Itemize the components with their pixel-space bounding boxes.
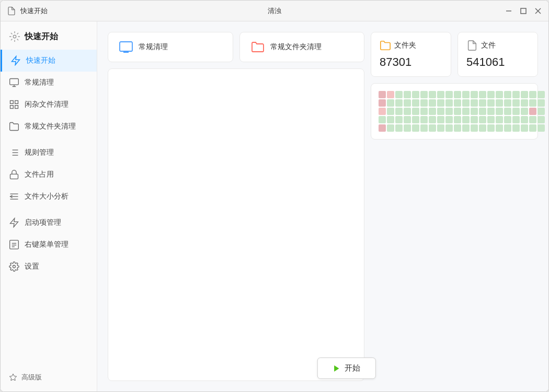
heatmap-cell [512, 124, 520, 132]
sidebar-item-label-quick-start: 快速开始 [26, 56, 55, 65]
app-title: 清浊 [268, 6, 281, 16]
heatmap-cell [504, 99, 511, 107]
svg-rect-10 [10, 106, 14, 109]
file-stat-icon [466, 40, 478, 51]
sidebar-item-regular-clean[interactable]: 常规清理 [1, 72, 97, 94]
heatmap-cell [387, 124, 394, 132]
heatmap-cell [379, 108, 386, 115]
start-button[interactable]: 开始 [317, 358, 375, 379]
heatmap-cell [379, 99, 386, 107]
heatmap-cell [479, 108, 486, 115]
sidebar-header-icon [9, 31, 20, 42]
sidebar-item-quick-start[interactable]: 快速开始 [1, 50, 97, 72]
heatmap-cell [454, 124, 461, 132]
sidebar-item-context-menu[interactable]: 右键菜单管理 [1, 234, 97, 256]
sidebar-item-label-rule-manage: 规则管理 [25, 148, 54, 157]
sidebar-item-label-file-size: 文件大小分析 [25, 192, 68, 201]
sidebar-item-misc-clean[interactable]: 闲杂文件清理 [1, 94, 97, 116]
svg-rect-8 [10, 101, 14, 104]
heatmap-cell [462, 124, 470, 132]
heatmap-cell [404, 91, 411, 98]
sidebar-item-file-occupy[interactable]: 文件占用 [1, 164, 97, 186]
start-button-label: 开始 [345, 363, 360, 373]
file-occupy-icon [9, 169, 19, 180]
regular-clean-card[interactable]: 常规清理 [108, 32, 233, 62]
heatmap-cell [529, 91, 536, 98]
right-stats-panel: 文件夹 87301 文件 [371, 32, 538, 381]
heatmap-cell [512, 91, 520, 98]
heatmap-cell [420, 116, 428, 123]
startup-icon [9, 217, 19, 228]
top-cards-row: 常规清理 常规文件夹清理 [108, 32, 364, 62]
heatmap-cell [537, 91, 545, 98]
heatmap-cell [521, 99, 528, 107]
sidebar-item-label-file-occupy: 文件占用 [25, 170, 54, 179]
heatmap-cell [529, 99, 536, 107]
heatmap-cell [496, 116, 503, 123]
app-icon [7, 6, 16, 16]
heatmap-cell [521, 116, 528, 123]
heatmap-cell [454, 108, 461, 115]
heatmap-cell [420, 108, 428, 115]
content-inner: 常规清理 常规文件夹清理 [108, 32, 538, 381]
heatmap-cell [412, 124, 419, 132]
folder-clean-card[interactable]: 常规文件夹清理 [239, 32, 365, 62]
folder-stat-icon [380, 40, 391, 51]
heatmap-cell [445, 124, 453, 132]
restore-button[interactable] [519, 7, 528, 15]
heatmap-container [371, 83, 538, 140]
sidebar-item-file-size[interactable]: 文件大小分析 [1, 186, 97, 207]
heatmap-cell [395, 91, 403, 98]
heatmap-cell [429, 99, 436, 107]
heatmap-cell [487, 91, 495, 98]
sidebar-item-rule-manage[interactable]: 规则管理 [1, 142, 97, 164]
folder-stat-label: 文件夹 [394, 41, 416, 50]
svg-rect-1 [521, 8, 526, 14]
content-left: 常规清理 常规文件夹清理 [108, 32, 364, 381]
heatmap-cell [529, 108, 536, 115]
heatmap-cell [471, 116, 478, 123]
svg-marker-28 [9, 374, 16, 381]
context-menu-icon [9, 239, 19, 250]
heatmap-cell [462, 116, 470, 123]
heatmap-cell [412, 91, 419, 98]
heatmap-cell [420, 99, 428, 107]
sidebar-item-startup[interactable]: 启动项管理 [1, 212, 97, 234]
heatmap-cell [537, 124, 545, 132]
upgrade-icon [9, 373, 17, 382]
heatmap-cell [462, 91, 470, 98]
main-content-panel [108, 68, 364, 381]
svg-rect-18 [10, 174, 18, 179]
heatmap-cell [445, 91, 453, 98]
content-area: 常规清理 常规文件夹清理 [97, 21, 548, 391]
sidebar-item-label-settings: 设置 [25, 262, 39, 271]
heatmap-cell [479, 91, 486, 98]
heatmap-cell [437, 124, 444, 132]
heatmap-cell [537, 108, 545, 115]
sidebar-item-folder-clean[interactable]: 常规文件夹清理 [1, 116, 97, 137]
folder-stat-value: 87301 [380, 55, 442, 69]
heatmap-cell [512, 108, 520, 115]
heatmap-cell [412, 116, 419, 123]
heatmap-cell [395, 108, 403, 115]
svg-rect-11 [15, 106, 18, 109]
heatmap-cell [387, 116, 394, 123]
heatmap-cell [437, 108, 444, 115]
regular-clean-card-icon [119, 40, 133, 54]
sidebar-header: 快速开始 [1, 26, 97, 50]
minimize-button[interactable] [505, 7, 513, 15]
heatmap-cell [487, 124, 495, 132]
heatmap-cell [395, 124, 403, 132]
close-button[interactable] [534, 7, 542, 15]
heatmap-cell [496, 108, 503, 115]
heatmap-cell [529, 124, 536, 132]
svg-rect-9 [15, 101, 18, 104]
sidebar-upgrade-button[interactable]: 高级版 [1, 367, 97, 387]
sidebar-item-settings[interactable]: 设置 [1, 256, 97, 278]
heatmap-cell [395, 99, 403, 107]
folder-stat-header: 文件夹 [380, 40, 442, 51]
heatmap-cell [521, 124, 528, 132]
titlebar: 快速开始 清浊 [1, 1, 548, 21]
heatmap-cell [471, 99, 478, 107]
file-stat-card: 文件 541061 [458, 32, 538, 77]
